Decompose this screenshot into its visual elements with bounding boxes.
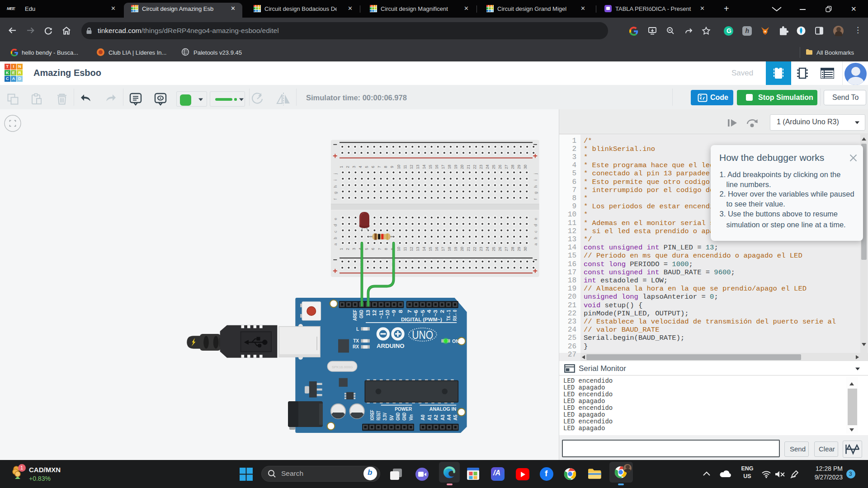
- svg-text:h: h: [333, 185, 338, 188]
- svg-text:RESET: RESET: [376, 411, 381, 421]
- svg-text:d: d: [333, 224, 338, 226]
- svg-text:12: 12: [409, 164, 414, 169]
- svg-text:26: 26: [498, 247, 502, 251]
- svg-text:8: 8: [398, 310, 403, 314]
- svg-text:3: 3: [352, 166, 356, 168]
- svg-text:AREF: AREF: [352, 310, 358, 321]
- svg-text:g: g: [333, 192, 338, 194]
- svg-text:5V: 5V: [389, 415, 394, 421]
- svg-text:7: 7: [407, 310, 412, 314]
- svg-text:8: 8: [384, 248, 388, 250]
- svg-text:g: g: [533, 192, 538, 194]
- svg-text:24: 24: [485, 247, 490, 251]
- svg-text:L: L: [356, 327, 359, 332]
- svg-text:13: 13: [365, 310, 371, 316]
- svg-text:21: 21: [466, 247, 471, 251]
- svg-text:h: h: [533, 185, 538, 188]
- svg-text:4: 4: [358, 166, 363, 168]
- svg-text:i: i: [533, 180, 538, 181]
- svg-text:~11: ~11: [378, 310, 384, 319]
- svg-text:14: 14: [422, 247, 426, 251]
- svg-text:~6: ~6: [413, 310, 419, 317]
- svg-text:20: 20: [460, 247, 464, 251]
- svg-text:Vin: Vin: [408, 414, 414, 421]
- svg-text:A3: A3: [440, 414, 445, 420]
- svg-text:ANALOG IN: ANALOG IN: [429, 406, 456, 412]
- svg-text:a: a: [533, 243, 538, 245]
- svg-text:~9: ~9: [391, 310, 396, 317]
- svg-text:5: 5: [364, 248, 369, 250]
- svg-text:29: 29: [517, 247, 521, 251]
- svg-text:ARDUINO: ARDUINO: [377, 343, 405, 349]
- svg-text:25: 25: [491, 164, 496, 169]
- svg-text:2: 2: [345, 166, 350, 168]
- svg-text:6: 6: [371, 166, 375, 168]
- svg-text:~3: ~3: [433, 310, 438, 317]
- svg-text:28: 28: [510, 164, 515, 169]
- svg-text:POWER: POWER: [395, 406, 412, 412]
- svg-text:23: 23: [479, 164, 483, 169]
- svg-text:27: 27: [504, 164, 509, 169]
- svg-text:25: 25: [491, 247, 496, 251]
- svg-text:15: 15: [428, 247, 433, 251]
- svg-text:13: 13: [415, 164, 420, 169]
- svg-text:9: 9: [390, 166, 395, 168]
- svg-text:23: 23: [479, 247, 483, 251]
- svg-text:21: 21: [466, 164, 471, 169]
- svg-text:ON: ON: [452, 338, 459, 344]
- svg-text:2: 2: [345, 248, 350, 250]
- svg-text:17: 17: [441, 247, 445, 251]
- svg-text:19: 19: [453, 247, 458, 251]
- svg-text:4: 4: [426, 310, 432, 314]
- svg-text:d: d: [533, 224, 538, 226]
- svg-text:19: 19: [453, 164, 458, 169]
- svg-text:TX→1: TX→1: [446, 310, 451, 321]
- svg-text:30: 30: [523, 164, 528, 169]
- svg-text:A2: A2: [433, 414, 439, 420]
- svg-text:b: b: [333, 237, 338, 239]
- svg-text:c: c: [333, 230, 338, 233]
- svg-text:IOREF: IOREF: [369, 410, 375, 421]
- svg-text:TX: TX: [353, 338, 359, 343]
- svg-text:DIGITAL (PWM~): DIGITAL (PWM~): [401, 317, 442, 322]
- svg-text:3.3V: 3.3V: [382, 413, 387, 421]
- svg-text:24: 24: [485, 164, 490, 169]
- svg-text:14: 14: [422, 164, 426, 169]
- svg-text:5: 5: [364, 166, 369, 168]
- svg-text:3: 3: [352, 248, 356, 250]
- svg-text:10: 10: [396, 247, 401, 251]
- svg-text:10: 10: [396, 164, 401, 169]
- svg-text:22: 22: [472, 164, 477, 169]
- svg-text:GND: GND: [359, 310, 364, 319]
- svg-text:GND: GND: [395, 413, 401, 421]
- svg-text:a: a: [333, 243, 338, 245]
- svg-text:A1: A1: [427, 414, 432, 420]
- svg-text:16: 16: [434, 247, 439, 251]
- svg-text:A0: A0: [420, 414, 426, 420]
- svg-text:SPK16.000G: SPK16.000G: [332, 365, 353, 369]
- svg-text:26: 26: [498, 164, 502, 169]
- svg-text:13: 13: [415, 247, 420, 251]
- svg-text:22: 22: [472, 247, 477, 251]
- svg-text:e: e: [533, 218, 538, 220]
- svg-text:e: e: [333, 218, 338, 220]
- svg-text:27: 27: [504, 247, 509, 251]
- svg-text:i: i: [333, 180, 338, 181]
- svg-text:18: 18: [447, 247, 452, 251]
- svg-text:GND: GND: [401, 413, 407, 421]
- svg-text:16: 16: [434, 164, 439, 169]
- svg-text:1: 1: [339, 166, 344, 168]
- svg-text:7: 7: [377, 166, 382, 168]
- svg-text:30: 30: [523, 247, 528, 251]
- svg-text:12: 12: [409, 247, 414, 251]
- svg-text:~5: ~5: [420, 310, 425, 317]
- svg-text:RX←0: RX←0: [452, 310, 458, 321]
- svg-text:c: c: [533, 230, 538, 233]
- svg-text:~10: ~10: [385, 310, 390, 319]
- svg-text:7: 7: [377, 248, 382, 250]
- svg-text:15: 15: [428, 164, 433, 169]
- svg-text:18: 18: [447, 164, 452, 169]
- svg-text:29: 29: [517, 164, 521, 169]
- svg-text:11: 11: [403, 247, 407, 251]
- svg-text:28: 28: [510, 247, 515, 251]
